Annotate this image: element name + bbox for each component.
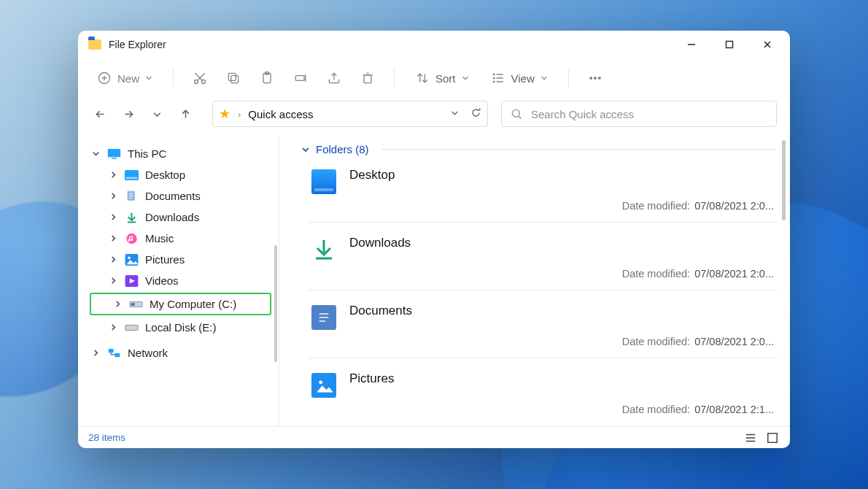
- folder-item-desktop[interactable]: Desktop Date modified: 07/08/2021 2:0...: [309, 161, 777, 222]
- expand-icon[interactable]: [91, 349, 100, 358]
- close-button[interactable]: [751, 34, 784, 55]
- desktop-icon: [311, 169, 336, 194]
- collapse-icon[interactable]: [91, 150, 100, 158]
- date-value: 07/08/2021 2:0...: [694, 336, 774, 347]
- svg-point-29: [590, 77, 592, 80]
- sidebar-item-documents[interactable]: Documents: [87, 185, 274, 207]
- date-label: Date modified:: [622, 404, 691, 415]
- trash-icon: [360, 71, 375, 85]
- date-value: 07/08/2021 2:0...: [694, 200, 774, 212]
- titlebar[interactable]: File Explorer: [78, 31, 790, 58]
- sidebar-item-label: Network: [128, 347, 168, 359]
- recent-locations-button[interactable]: [148, 105, 166, 123]
- expand-icon[interactable]: [109, 323, 117, 332]
- folder-item-pictures[interactable]: Pictures Date modified: 07/08/2021 2:1..…: [309, 358, 777, 426]
- chevron-down-icon: [151, 108, 163, 120]
- item-count: 28 items: [88, 432, 125, 443]
- svg-point-30: [594, 77, 596, 80]
- desktop-icon: [124, 169, 139, 181]
- sidebar-item-music[interactable]: Music: [87, 228, 274, 249]
- svg-rect-38: [112, 158, 117, 159]
- thumbnails-view-button[interactable]: [765, 431, 780, 445]
- folder-name: Desktop: [349, 168, 774, 182]
- date-value: 07/08/2021 2:1...: [694, 404, 774, 415]
- svg-marker-65: [317, 386, 333, 392]
- sidebar-item-label: Documents: [145, 190, 201, 202]
- details-view-button[interactable]: [743, 431, 758, 445]
- date-label: Date modified:: [622, 336, 691, 347]
- chevron-down-icon: [540, 74, 548, 82]
- sidebar-item-this-pc[interactable]: This PC: [87, 143, 274, 164]
- more-button[interactable]: [584, 66, 607, 90]
- monitor-icon: [106, 148, 121, 160]
- folder-name: Documents: [349, 304, 774, 318]
- svg-point-27: [493, 77, 495, 79]
- rename-button[interactable]: [289, 66, 312, 90]
- paste-button[interactable]: [255, 66, 279, 90]
- expand-icon[interactable]: [109, 255, 117, 264]
- drive-icon: [124, 322, 139, 334]
- copy-icon: [226, 71, 241, 85]
- sidebar-item-downloads[interactable]: Downloads: [87, 207, 274, 228]
- forward-button[interactable]: [120, 105, 138, 123]
- svg-rect-37: [107, 149, 120, 157]
- arrow-right-icon: [123, 108, 135, 120]
- chevron-down-icon: [301, 145, 310, 154]
- chevron-down-icon: [462, 74, 469, 82]
- svg-rect-15: [295, 76, 304, 81]
- chevron-down-icon: [449, 107, 460, 118]
- folders-section-header[interactable]: Folders (8): [279, 136, 790, 160]
- view-button[interactable]: View: [485, 66, 554, 90]
- ellipsis-icon: [588, 71, 602, 85]
- sidebar-item-label: Desktop: [145, 169, 185, 181]
- sidebar-item-network[interactable]: Network: [87, 342, 274, 363]
- plus-circle-icon: [97, 71, 112, 85]
- minimize-button[interactable]: [675, 34, 708, 55]
- sort-button[interactable]: Sort: [409, 66, 475, 90]
- content-scrollbar[interactable]: [782, 140, 786, 220]
- date-label: Date modified:: [622, 200, 691, 212]
- separator: [394, 69, 395, 88]
- sidebar-item-pictures[interactable]: Pictures: [87, 249, 274, 270]
- chevron-down-icon: [145, 74, 152, 82]
- folder-item-downloads[interactable]: Downloads Date modified: 07/08/2021 2:0.…: [309, 222, 777, 290]
- sidebar-item-label: Videos: [145, 274, 179, 287]
- search-input[interactable]: [531, 108, 767, 120]
- expand-icon[interactable]: [113, 300, 122, 309]
- svg-rect-12: [228, 73, 236, 80]
- refresh-button[interactable]: [470, 107, 481, 121]
- expand-icon[interactable]: [109, 213, 117, 222]
- maximize-button[interactable]: [713, 34, 746, 55]
- pictures-icon: [124, 254, 139, 266]
- delete-button[interactable]: [356, 66, 379, 90]
- back-button[interactable]: [91, 105, 109, 123]
- cut-button[interactable]: [188, 66, 212, 90]
- expand-icon[interactable]: [109, 277, 117, 285]
- svg-point-64: [319, 381, 322, 384]
- view-list-icon: [491, 71, 505, 85]
- folder-item-documents[interactable]: Documents Date modified: 07/08/2021 2:0.…: [309, 290, 777, 358]
- sidebar-item-desktop[interactable]: Desktop: [87, 164, 274, 185]
- app-icon: [88, 39, 101, 50]
- sidebar-scrollbar[interactable]: [274, 245, 277, 362]
- window-title: File Explorer: [109, 39, 166, 50]
- up-button[interactable]: [177, 105, 195, 123]
- toolbar: New Sort View: [78, 58, 790, 98]
- sidebar-item-my-computer-c[interactable]: My Computer (C:): [91, 294, 270, 314]
- address-row: ★ › Quick access: [78, 98, 790, 136]
- expand-icon[interactable]: [109, 171, 117, 180]
- list-view-icon: [745, 432, 756, 444]
- copy-button[interactable]: [222, 66, 245, 90]
- expand-icon[interactable]: [109, 234, 117, 243]
- sidebar-item-local-disk-e[interactable]: Local Disk (E:): [87, 317, 274, 338]
- search-box[interactable]: [501, 101, 777, 127]
- address-bar[interactable]: ★ › Quick access: [212, 101, 488, 127]
- svg-point-49: [128, 256, 131, 259]
- expand-icon[interactable]: [109, 192, 117, 201]
- videos-icon: [124, 275, 139, 287]
- date-value: 07/08/2021 2:0...: [694, 268, 774, 280]
- sidebar-item-videos[interactable]: Videos: [87, 270, 274, 291]
- address-history-button[interactable]: [449, 107, 460, 121]
- new-button[interactable]: New: [91, 66, 158, 90]
- share-button[interactable]: [322, 66, 346, 90]
